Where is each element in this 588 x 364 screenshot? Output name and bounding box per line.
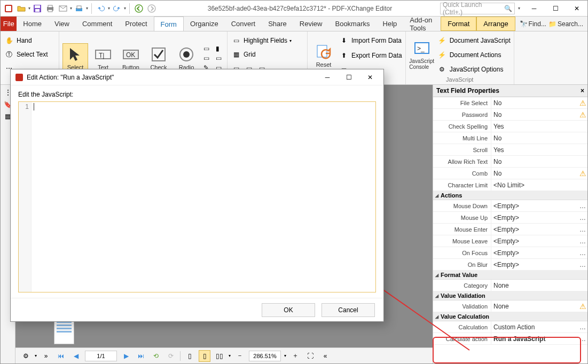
- quicklaunch-input[interactable]: Quick Launch (Ctrl+.) 🔍: [440, 3, 515, 14]
- file-menu[interactable]: File: [1, 17, 17, 31]
- document-javascript[interactable]: ⚡Document JavaScript: [437, 34, 511, 48]
- tab-convert[interactable]: Convert: [225, 17, 262, 31]
- tab-form[interactable]: Form: [154, 17, 184, 31]
- property-row[interactable]: ValidationNone⚠: [433, 300, 587, 312]
- zoom-input[interactable]: [249, 351, 281, 361]
- highlight-fields[interactable]: ▭Highlight Fields▾: [231, 34, 304, 48]
- section-calculation[interactable]: Value Calculation: [433, 312, 587, 321]
- maximize-button[interactable]: ☐: [545, 1, 566, 16]
- reset-button[interactable]: Reset: [311, 41, 336, 70]
- nav-back-icon[interactable]: ⟲: [150, 350, 162, 362]
- dropdown-icon[interactable]: ▾: [28, 6, 30, 11]
- minimize-button[interactable]: ─: [523, 1, 545, 16]
- property-row[interactable]: Calculate actionRun a JavaScript…: [433, 333, 587, 345]
- property-row[interactable]: CategoryNone: [433, 280, 587, 291]
- tab-comment[interactable]: Comment: [76, 17, 119, 31]
- property-row[interactable]: ScrollYes: [433, 144, 587, 156]
- print-icon[interactable]: [44, 3, 56, 14]
- barcode-icon[interactable]: ▮: [216, 45, 222, 52]
- panel-close-icon[interactable]: ×: [581, 87, 584, 94]
- property-value[interactable]: <Empty>: [491, 247, 578, 258]
- code-area[interactable]: [32, 102, 375, 292]
- property-value[interactable]: Yes: [491, 121, 587, 132]
- ellipsis-button[interactable]: …: [578, 238, 587, 245]
- fit-page-icon[interactable]: ⛶: [304, 350, 316, 362]
- dropdown-field-icon[interactable]: ▭: [203, 54, 209, 62]
- export-form-data[interactable]: ⬆Export Form Data: [339, 49, 402, 62]
- ellipsis-button[interactable]: …: [578, 323, 587, 331]
- tab-home[interactable]: Home: [17, 17, 48, 31]
- new-button-button[interactable]: OKButton: [118, 44, 144, 73]
- nav-fwd-icon[interactable]: ⟳: [165, 350, 177, 362]
- property-value[interactable]: <Empty>: [491, 224, 578, 235]
- list-icon[interactable]: ▭: [203, 45, 209, 52]
- property-value[interactable]: No: [491, 97, 579, 108]
- ellipsis-button[interactable]: …: [578, 249, 587, 257]
- property-value[interactable]: <Empty>: [491, 212, 578, 223]
- property-row[interactable]: On Focus<Empty>…: [433, 247, 587, 259]
- image-field-icon[interactable]: ▭: [216, 54, 222, 62]
- facing-icon[interactable]: ▯▯: [214, 350, 225, 362]
- js-console-button[interactable]: >_JavaScript Console: [409, 38, 435, 72]
- ellipsis-button[interactable]: …: [578, 202, 587, 210]
- last-page-icon[interactable]: ⏭: [135, 350, 147, 362]
- search-button[interactable]: 📁Search...: [548, 20, 583, 28]
- page-thumbnail[interactable]: [54, 319, 74, 344]
- property-value[interactable]: No: [491, 109, 579, 120]
- property-row[interactable]: Mouse Up<Empty>…: [433, 212, 587, 224]
- scan-icon[interactable]: [73, 3, 85, 14]
- property-row[interactable]: Check SpellingYes: [433, 121, 587, 132]
- select-text-tool[interactable]: ⓉSelect Text: [4, 48, 56, 61]
- tab-addon[interactable]: Add-on Tools: [403, 17, 441, 31]
- javascript-editor[interactable]: 1: [18, 101, 376, 292]
- property-value[interactable]: <Empty>: [491, 259, 578, 270]
- tab-help[interactable]: Help: [377, 17, 404, 31]
- property-row[interactable]: CalculationCustom Action…: [433, 321, 587, 333]
- next-page-icon[interactable]: ▶: [120, 350, 132, 362]
- open-icon[interactable]: [15, 3, 27, 14]
- save-icon[interactable]: [32, 3, 43, 14]
- tab-review[interactable]: Review: [293, 17, 329, 31]
- ellipsis-button[interactable]: …: [578, 261, 587, 268]
- property-row[interactable]: Mouse Leave<Empty>…: [433, 235, 587, 247]
- page-input[interactable]: [85, 351, 117, 361]
- property-row[interactable]: PasswordNo⚠: [433, 109, 587, 121]
- property-value[interactable]: <Empty>: [491, 200, 578, 211]
- tab-format[interactable]: Format: [441, 17, 476, 31]
- property-value[interactable]: No: [491, 168, 579, 179]
- collapse-icon[interactable]: «: [319, 350, 331, 362]
- ellipsis-button[interactable]: …: [578, 335, 587, 343]
- tab-share[interactable]: Share: [262, 17, 293, 31]
- section-validation[interactable]: Value Validation: [433, 291, 587, 300]
- cancel-button[interactable]: Cancel: [322, 303, 375, 317]
- hand-tool[interactable]: ✋Hand: [4, 34, 56, 48]
- property-row[interactable]: Character Limit<No Limit>: [433, 179, 587, 191]
- zoom-in-icon[interactable]: ＋: [289, 350, 301, 362]
- property-value[interactable]: Custom Action: [491, 321, 578, 333]
- property-row[interactable]: On Blur<Empty>…: [433, 259, 587, 271]
- document-actions[interactable]: ⚡Document Actions: [437, 48, 511, 62]
- property-value[interactable]: None: [491, 280, 587, 291]
- property-value[interactable]: <No Limit>: [491, 179, 587, 191]
- first-page-icon[interactable]: ⏮: [55, 350, 67, 362]
- tab-bookmarks[interactable]: Bookmarks: [328, 17, 376, 31]
- dialog-minimize-button[interactable]: ─: [318, 70, 336, 85]
- dialog-close-button[interactable]: ✕: [361, 70, 379, 85]
- section-actions[interactable]: Actions: [433, 191, 587, 200]
- property-value[interactable]: No: [491, 132, 587, 144]
- property-row[interactable]: CombNo⚠: [433, 168, 587, 179]
- zoom-out-icon[interactable]: －: [234, 350, 246, 362]
- property-value[interactable]: Run a JavaScript: [491, 333, 578, 344]
- property-value[interactable]: Yes: [491, 144, 587, 155]
- redo-icon[interactable]: [111, 3, 123, 14]
- continuous-icon[interactable]: ▯: [199, 350, 210, 362]
- dialog-maximize-button[interactable]: ☐: [340, 70, 358, 85]
- text-field-button[interactable]: T|Text: [90, 44, 116, 73]
- prev-page-icon[interactable]: ◀: [70, 350, 82, 362]
- property-value[interactable]: No: [491, 156, 587, 167]
- grid-toggle[interactable]: ▦Grid: [231, 48, 304, 61]
- ellipsis-button[interactable]: …: [578, 214, 587, 221]
- property-row[interactable]: File SelectNo⚠: [433, 97, 587, 109]
- property-row[interactable]: Mouse Enter<Empty>…: [433, 224, 587, 235]
- ellipsis-button[interactable]: …: [578, 226, 587, 233]
